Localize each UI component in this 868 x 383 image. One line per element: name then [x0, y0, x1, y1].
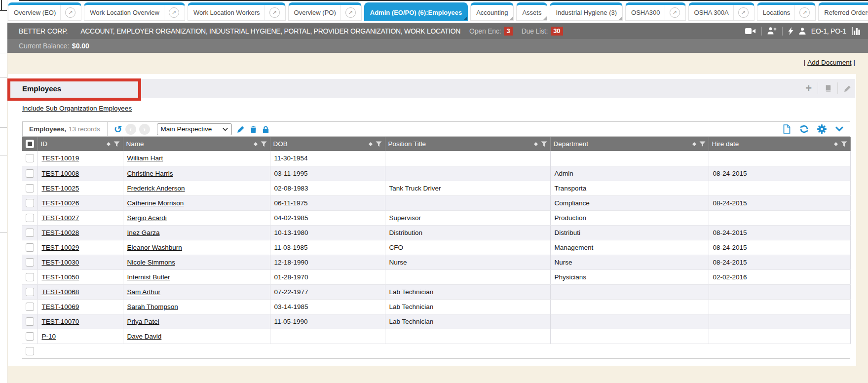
- tab-referred-orders[interactable]: Referred Orders↗: [818, 2, 868, 21]
- employee-name-link[interactable]: Dave David: [127, 333, 162, 340]
- employee-name-link[interactable]: William Hart: [127, 154, 163, 162]
- row-checkbox[interactable]: [26, 169, 34, 178]
- tab-overview-eo[interactable]: Overview (EO)↗: [8, 2, 81, 21]
- employee-name-link[interactable]: Internist Butler: [127, 273, 170, 281]
- employee-name-link[interactable]: Sergio Acardi: [127, 214, 167, 222]
- row-checkbox[interactable]: [26, 243, 34, 252]
- row-checkbox[interactable]: [26, 273, 34, 281]
- row-checkbox[interactable]: [26, 332, 34, 341]
- sort-icon[interactable]: [692, 140, 696, 148]
- employee-name-link[interactable]: Frederick Anderson: [127, 185, 185, 192]
- row-checkbox[interactable]: [26, 258, 34, 267]
- employee-id-link[interactable]: TEST-10068: [42, 288, 79, 296]
- due-list-badge[interactable]: 30: [551, 27, 563, 36]
- employee-name-link[interactable]: Nicole Simmons: [127, 259, 176, 266]
- lightning-icon[interactable]: [788, 27, 793, 35]
- employee-id-link[interactable]: TEST-10028: [42, 229, 79, 236]
- select-all-checkbox[interactable]: [26, 140, 34, 148]
- add-document-link[interactable]: Add Document: [807, 59, 851, 66]
- tab-overview-po[interactable]: Overview (PO)↗: [288, 2, 362, 21]
- refresh-icon[interactable]: [799, 124, 809, 134]
- employee-id-link[interactable]: TEST-10029: [42, 244, 79, 251]
- row-checkbox[interactable]: [26, 347, 34, 355]
- employee-id-link[interactable]: TEST-10008: [42, 170, 79, 177]
- employee-id-link[interactable]: TEST-10070: [42, 318, 79, 325]
- employee-id-link[interactable]: TEST-10019: [42, 154, 79, 162]
- chevron-down-icon[interactable]: [835, 126, 844, 132]
- employee-id-link[interactable]: TEST-10027: [42, 214, 79, 222]
- employee-id-link[interactable]: TEST-10050: [42, 273, 79, 281]
- prev-icon[interactable]: ‹: [125, 124, 136, 135]
- employee-id-link[interactable]: TEST-10069: [42, 303, 79, 310]
- employee-id-link[interactable]: P-10: [42, 333, 56, 340]
- filter-icon[interactable]: [376, 141, 382, 147]
- employee-name-link[interactable]: Sam Arthur: [127, 288, 161, 296]
- column-header-department[interactable]: Department: [550, 137, 709, 151]
- sort-icon[interactable]: [834, 140, 838, 148]
- gear-icon[interactable]: [817, 124, 827, 134]
- open-in-new-window-icon[interactable]: ↗: [264, 5, 280, 20]
- row-checkbox[interactable]: [26, 184, 34, 192]
- column-header-id[interactable]: ID: [38, 137, 123, 151]
- employee-name-link[interactable]: Inez Garza: [127, 229, 160, 236]
- employee-id-link[interactable]: TEST-10026: [42, 199, 79, 207]
- edit-icon[interactable]: [844, 85, 851, 92]
- include-sub-org-link[interactable]: Include Sub Organization Employees: [22, 105, 132, 112]
- open-in-new-window-icon[interactable]: ↗: [340, 5, 356, 20]
- column-header-name[interactable]: Name: [123, 137, 270, 151]
- open-in-new-window-icon[interactable]: ↗: [60, 5, 75, 20]
- add-icon[interactable]: +: [805, 83, 812, 94]
- user-icon[interactable]: [799, 28, 806, 35]
- open-in-new-window-icon[interactable]: ↗: [733, 5, 749, 20]
- row-checkbox[interactable]: [26, 154, 34, 162]
- book-icon[interactable]: [824, 84, 831, 92]
- sort-icon[interactable]: [254, 140, 258, 148]
- employee-name-link[interactable]: Sarah Thompson: [127, 303, 178, 310]
- new-document-icon[interactable]: [783, 124, 791, 134]
- filter-icon[interactable]: [841, 141, 847, 147]
- employee-name-link[interactable]: Priya Patel: [127, 318, 159, 325]
- column-header-hire-date[interactable]: Hire date: [709, 137, 850, 151]
- undo-icon[interactable]: ↺: [114, 124, 122, 134]
- sort-icon[interactable]: [107, 140, 111, 148]
- tab-locations[interactable]: Locations↗: [757, 2, 816, 21]
- edit-perspective-icon[interactable]: [237, 125, 245, 133]
- video-camera-icon[interactable]: [745, 28, 756, 35]
- open-in-new-window-icon[interactable]: ↗: [794, 5, 810, 20]
- employee-id-link[interactable]: TEST-10030: [42, 259, 79, 266]
- row-checkbox[interactable]: [26, 214, 34, 222]
- column-header-dob[interactable]: DOB: [270, 137, 385, 151]
- tab-assets[interactable]: Assets: [516, 2, 547, 21]
- next-icon[interactable]: ›: [139, 124, 150, 135]
- tab-osha-300a[interactable]: OSHA 300A↗: [688, 2, 755, 21]
- open-in-new-window-icon[interactable]: ↗: [665, 5, 680, 20]
- perspective-select[interactable]: Main Perspective: [157, 123, 232, 135]
- tab-osha300[interactable]: OSHA300↗: [625, 2, 686, 21]
- row-checkbox[interactable]: [26, 199, 34, 207]
- row-checkbox[interactable]: [26, 303, 34, 311]
- row-checkbox[interactable]: [26, 317, 34, 326]
- employee-name-link[interactable]: Christine Harris: [127, 170, 173, 177]
- employee-id-link[interactable]: TEST-10025: [42, 185, 79, 192]
- employee-name-link[interactable]: Eleanor Washburn: [127, 244, 182, 251]
- open-in-new-window-icon[interactable]: ↗: [164, 5, 179, 20]
- filter-icon[interactable]: [541, 141, 547, 147]
- tab-industrial-hygiene-3[interactable]: Industrial Hygiene (3): [550, 2, 623, 21]
- lock-icon[interactable]: [262, 125, 269, 133]
- tab-accounting[interactable]: Accounting: [470, 2, 514, 21]
- bar-chart-icon[interactable]: [852, 27, 861, 35]
- open-enc-badge[interactable]: 3: [504, 27, 512, 36]
- tab-work-location-overview[interactable]: Work Location Overview↗: [84, 2, 185, 21]
- trash-icon[interactable]: [250, 125, 257, 133]
- filter-icon[interactable]: [261, 141, 267, 147]
- filter-icon[interactable]: [113, 141, 120, 147]
- tab-work-location-workers[interactable]: Work Location Workers↗: [188, 2, 286, 21]
- sort-icon[interactable]: [369, 140, 373, 148]
- row-checkbox[interactable]: [26, 229, 34, 237]
- filter-icon[interactable]: [699, 141, 706, 147]
- column-header-position-title[interactable]: Position Title: [385, 137, 550, 151]
- row-checkbox[interactable]: [26, 288, 34, 296]
- add-person-icon[interactable]: [767, 27, 777, 35]
- employee-name-link[interactable]: Catherine Morrison: [127, 199, 184, 207]
- tab-admin-eo-po-6-employees[interactable]: Admin (EO/PO) (6):Employees: [364, 2, 468, 21]
